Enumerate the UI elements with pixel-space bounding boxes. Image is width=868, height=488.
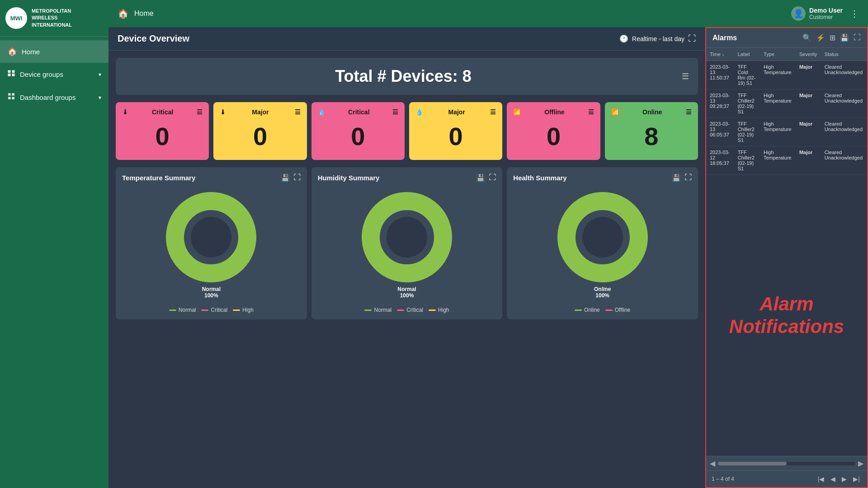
health-offline-dot — [605, 310, 613, 311]
critical-humidity-icon: 💧 — [318, 108, 326, 116]
alarms-panel: Alarms 🔍 ⚡ ⊞ 💾 ⛶ Time ↓ Label Typ — [705, 27, 868, 488]
alarms-scrollbar: ◀ ▶ — [706, 456, 867, 470]
temp-summary-fullscreen-icon[interactable]: ⛶ — [293, 174, 301, 182]
status-card-offline: 📶 Offline ☰ 0 — [507, 102, 600, 160]
online-value: 8 — [611, 119, 692, 154]
alarm-severity: Major — [796, 61, 821, 89]
online-menu[interactable]: ☰ — [686, 108, 692, 116]
device-groups-chevron: ▾ — [99, 71, 101, 78]
alarm-row[interactable]: 2023-03-13 09:28:37 TFF Chiller2 (02-19)… — [706, 89, 867, 118]
temp-summary-download-icon[interactable]: 💾 — [281, 174, 290, 182]
health-legend-offline: Offline — [605, 307, 630, 313]
humidity-legend: Normal Critical High — [318, 307, 496, 313]
col-type[interactable]: Type — [760, 48, 796, 61]
page-next-icon[interactable]: ▶ — [840, 474, 849, 483]
sidebar-item-dashboard-groups[interactable]: Dashboard groups ▾ — [0, 86, 108, 109]
page-prev-icon[interactable]: ◀ — [829, 474, 837, 483]
alarm-time: 2023-03-12 18:05:37 — [706, 146, 734, 175]
status-card-major-temp: 🌡 Major ☰ 0 — [213, 102, 307, 160]
health-donut-container: Online100% — [513, 188, 692, 303]
col-time[interactable]: Time ↓ — [706, 48, 734, 61]
alarm-type: High Temperature — [760, 146, 796, 175]
page-first-icon[interactable]: |◀ — [816, 474, 826, 483]
critical-humidity-menu[interactable]: ☰ — [392, 108, 398, 116]
alarm-severity: Major — [796, 118, 821, 146]
pagination-controls: |◀ ◀ ▶ ▶| — [816, 474, 862, 483]
svg-rect-3 — [12, 74, 15, 76]
alarm-label: TFF Chiller2 (02-19) S1 — [734, 89, 760, 118]
svg-point-13 — [582, 217, 623, 258]
topbar-breadcrumb[interactable]: Home — [134, 9, 154, 18]
page-last-icon[interactable]: ▶| — [851, 474, 862, 483]
temp-donut-container: Normal100% — [122, 188, 301, 303]
col-status[interactable]: Status — [821, 48, 867, 61]
health-donut-label: Online100% — [594, 286, 611, 299]
alarm-row[interactable]: 2023-03-13 11:50:37 TFF Cold Rm (02-19) … — [706, 61, 867, 89]
alarms-search-icon[interactable]: 🔍 — [802, 33, 811, 42]
alarm-time: 2023-03-13 11:50:37 — [706, 61, 734, 89]
sidebar-item-home-label: Home — [22, 48, 40, 56]
alarms-download-icon[interactable]: 💾 — [840, 33, 849, 42]
sidebar-item-home[interactable]: 🏠 Home — [0, 40, 108, 63]
offline-value: 0 — [513, 119, 594, 154]
dashboard-groups-chevron: ▾ — [99, 94, 101, 101]
col-label[interactable]: Label — [734, 48, 760, 61]
scroll-left-icon[interactable]: ◀ — [710, 459, 715, 468]
alarms-header: Alarms 🔍 ⚡ ⊞ 💾 ⛶ — [706, 28, 867, 48]
major-humidity-icon: 💧 — [415, 108, 423, 116]
status-cards: 🌡 Critical ☰ 0 🌡 Major ☰ 0 — [116, 102, 698, 160]
alarm-row[interactable]: 2023-03-13 06:05:37 TFF Chiller2 (02-19)… — [706, 118, 867, 146]
health-summary-fullscreen-icon[interactable]: ⛶ — [684, 174, 692, 182]
topbar: 🏠 Home 👤 Demo User Customer ⋮ — [108, 0, 868, 27]
major-temp-menu[interactable]: ☰ — [295, 108, 301, 116]
svg-rect-6 — [8, 97, 10, 99]
alarms-filter-icon[interactable]: ⚡ — [816, 33, 825, 42]
major-humidity-label: Major — [448, 108, 465, 116]
humidity-summary-download-icon[interactable]: 💾 — [476, 174, 485, 182]
svg-rect-0 — [8, 70, 11, 73]
health-online-label: Online — [584, 307, 600, 313]
alarms-columns-icon[interactable]: ⊞ — [830, 33, 835, 42]
topbar-user-name: Demo User — [809, 7, 843, 14]
critical-temp-menu[interactable]: ☰ — [197, 108, 203, 116]
user-avatar-icon: 👤 — [791, 6, 806, 21]
critical-humidity-label: Critical — [348, 108, 369, 116]
col-severity[interactable]: Severity — [796, 48, 821, 61]
offline-menu[interactable]: ☰ — [588, 108, 594, 116]
logo-circle: MWI — [5, 7, 27, 29]
major-humidity-value: 0 — [415, 119, 496, 154]
total-devices-value: 8 — [462, 67, 472, 85]
health-online-dot — [575, 310, 582, 311]
temperature-summary-card: Temperature Summary 💾 ⛶ Normal100 — [116, 167, 307, 319]
alarm-row[interactable]: 2023-03-12 18:05:37 TFF Chiller2 (02-19)… — [706, 146, 867, 175]
home-icon: 🏠 — [7, 47, 17, 56]
health-summary-card: Health Summary 💾 ⛶ Online100% — [507, 167, 698, 319]
online-icon: 📶 — [611, 108, 619, 116]
total-devices-menu-icon[interactable]: ☰ — [682, 71, 689, 81]
online-label: Online — [642, 108, 662, 116]
critical-temp-label: Critical — [152, 108, 173, 116]
major-humidity-menu[interactable]: ☰ — [490, 108, 496, 116]
health-summary-download-icon[interactable]: 💾 — [672, 174, 681, 182]
dashboard-header: Device Overview 🕐 Realtime - last day ⛶ — [108, 27, 705, 51]
humidity-high-label: High — [438, 307, 449, 313]
critical-humidity-value: 0 — [318, 119, 398, 154]
sidebar-item-device-groups[interactable]: Device groups ▾ — [0, 63, 108, 86]
offline-icon: 📶 — [513, 108, 521, 116]
topbar-more-icon[interactable]: ⋮ — [850, 8, 859, 19]
temperature-summary-title: Temperature Summary — [122, 174, 195, 182]
content-area: Device Overview 🕐 Realtime - last day ⛶ … — [108, 27, 868, 488]
svg-rect-2 — [8, 74, 11, 76]
scrollbar-track[interactable] — [718, 462, 855, 465]
temp-normal-dot — [169, 310, 176, 311]
humidity-summary-title: Humidity Summary — [318, 174, 380, 182]
total-devices-card: Total # Devices: 8 ☰ — [116, 58, 698, 95]
summary-cards: Temperature Summary 💾 ⛶ Normal100 — [116, 167, 698, 319]
alarms-icons: 🔍 ⚡ ⊞ 💾 ⛶ — [802, 33, 861, 42]
dashboard-time: 🕐 Realtime - last day ⛶ — [619, 34, 696, 43]
alarms-fullscreen-icon[interactable]: ⛶ — [854, 33, 861, 42]
humidity-summary-fullscreen-icon[interactable]: ⛶ — [489, 174, 496, 182]
scroll-right-icon[interactable]: ▶ — [858, 459, 863, 468]
dashboard-fullscreen-icon[interactable]: ⛶ — [688, 34, 696, 43]
major-temp-icon: 🌡 — [220, 108, 226, 116]
